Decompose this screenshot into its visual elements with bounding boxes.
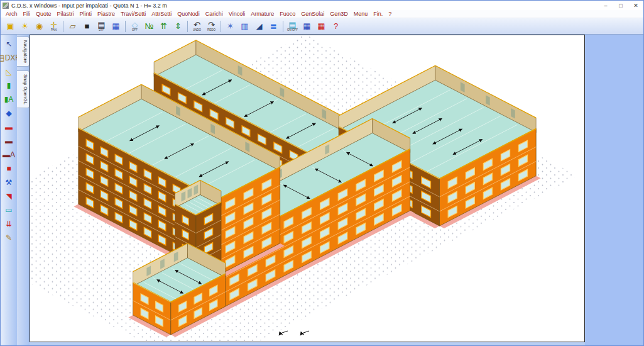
dxf-onoff-icon[interactable]: ▤ON-OFF bbox=[285, 20, 300, 33]
wall-hammer-icon[interactable]: ⚒ bbox=[2, 176, 16, 189]
menu-fili[interactable]: Fili bbox=[23, 11, 31, 17]
beam-red-icon[interactable]: ▬ bbox=[2, 120, 16, 134]
numbering-123-glyph: № bbox=[145, 22, 154, 30]
snapshot-camera-icon[interactable]: ■ bbox=[80, 20, 94, 33]
help-section-icon[interactable]: ? bbox=[329, 20, 343, 33]
redo-label: REDO bbox=[207, 29, 216, 32]
menu-help[interactable]: ? bbox=[388, 11, 391, 17]
menu-travi-setti[interactable]: Travi/Setti bbox=[121, 11, 146, 17]
menu-attrsetti[interactable]: AttrSetti bbox=[151, 11, 172, 17]
redo-icon[interactable]: ↷REDO bbox=[204, 20, 219, 33]
column-green-glyph: ▮ bbox=[7, 82, 11, 89]
toggle-off-glyph: ◇ bbox=[132, 21, 138, 29]
zoom-extents-icon[interactable]: ☀ bbox=[18, 20, 32, 33]
layers-glyph: ≣ bbox=[270, 22, 277, 30]
save-dtf-icon[interactable]: ▤DTF bbox=[94, 20, 109, 33]
zoom-extents-glyph: ☀ bbox=[21, 22, 29, 30]
menu-quote[interactable]: Quote bbox=[36, 11, 52, 17]
beam-corner-glyph: ◥ bbox=[6, 193, 11, 200]
menu-carichi[interactable]: Carichi bbox=[205, 11, 223, 17]
axis-marker bbox=[300, 331, 309, 335]
menu-gen3d[interactable]: Gen3D bbox=[330, 11, 348, 17]
pan-label: PAN bbox=[51, 29, 57, 32]
set-square-icon[interactable]: ◺ bbox=[2, 65, 16, 79]
set-square-glyph: ◺ bbox=[6, 68, 11, 75]
toggle-off-label: OFF bbox=[132, 29, 138, 32]
numbering-123-icon[interactable]: № bbox=[142, 20, 156, 33]
plate-cyan-icon[interactable]: ▭ bbox=[2, 203, 16, 217]
menu-vincoli[interactable]: Vincoli bbox=[229, 11, 245, 17]
wall-lock-glyph: ■ bbox=[6, 165, 11, 172]
column-green-attr-icon[interactable]: ▮A bbox=[2, 92, 16, 106]
layers-icon[interactable]: ≣ bbox=[266, 20, 281, 33]
zoom-window-icon[interactable]: ▣ bbox=[3, 20, 18, 33]
beam-loads-glyph: ⇊ bbox=[6, 220, 12, 228]
toolbar-separator bbox=[283, 21, 283, 32]
building-3d-icon[interactable]: ▦ bbox=[300, 20, 314, 33]
frame-edit-icon[interactable]: ▥ bbox=[237, 20, 252, 33]
pan-icon[interactable]: ✛PAN bbox=[46, 20, 61, 33]
toggle-off-icon[interactable]: ◇OFF bbox=[128, 20, 142, 33]
menu-pilastri[interactable]: Pilastri bbox=[57, 11, 74, 17]
beam-corner-icon[interactable]: ◥ bbox=[2, 189, 16, 203]
minimize-button[interactable]: – bbox=[598, 1, 613, 10]
side-tab-strip: NavigatoreSnap OpenGL bbox=[17, 35, 30, 345]
menu-menu[interactable]: Menu bbox=[354, 11, 368, 17]
close-button[interactable]: ✕ bbox=[628, 1, 643, 10]
menu-armature[interactable]: Armature bbox=[251, 11, 274, 17]
save-dtf-label: DTF bbox=[99, 29, 104, 32]
window-controls: –□✕ bbox=[598, 1, 643, 10]
menu-fuoco[interactable]: Fuoco bbox=[280, 11, 295, 17]
menu-gensolai[interactable]: GenSolai bbox=[301, 11, 324, 17]
frame-edit-glyph: ▥ bbox=[241, 22, 248, 30]
level-stamp-icon[interactable]: ◢ bbox=[252, 20, 266, 33]
toolbar-separator bbox=[221, 21, 221, 32]
workspace: ↖▤DXF◺▮▮A◆▬▬▬A■⚒◥▭⇊✎ NavigatoreSnap Open… bbox=[1, 35, 643, 345]
menu-quonodi[interactable]: QuoNodi bbox=[177, 11, 200, 17]
dxf-document-icon[interactable]: ▤DXF bbox=[2, 51, 16, 65]
menu-plinti[interactable]: Plinti bbox=[80, 11, 92, 17]
level-stamp-glyph: ◢ bbox=[256, 22, 263, 30]
redo-glyph: ↷ bbox=[208, 21, 215, 29]
tab-snap-opengl[interactable]: Snap OpenGL bbox=[17, 70, 30, 108]
zoom-window-glyph: ▣ bbox=[6, 22, 14, 30]
menu-fin[interactable]: Fin. bbox=[373, 11, 383, 17]
floor-plan-view-icon[interactable]: ▦ bbox=[109, 20, 123, 33]
beam-dark-attr-icon[interactable]: ▬A bbox=[2, 148, 16, 162]
dxf-onoff-glyph: ▤ bbox=[288, 21, 296, 29]
save-dtf-glyph: ▤ bbox=[97, 21, 105, 29]
measure-pencil-icon[interactable]: ✎ bbox=[2, 231, 16, 245]
undo-icon[interactable]: ↶UNDO bbox=[190, 20, 204, 33]
floor-plan-view-glyph: ▦ bbox=[112, 22, 119, 30]
select-cursor-glyph: ↖ bbox=[6, 40, 12, 48]
undo-glyph: ↶ bbox=[194, 21, 200, 29]
beam-red-glyph: ▬ bbox=[5, 123, 13, 131]
menu-arch[interactable]: Arch bbox=[6, 11, 18, 17]
beam-dark-icon[interactable]: ▬ bbox=[2, 134, 16, 148]
view-3d-icon[interactable]: ▱ bbox=[65, 20, 80, 33]
model-3d-view[interactable] bbox=[30, 35, 584, 342]
plinth-blue-icon[interactable]: ◆ bbox=[2, 106, 16, 120]
column-green-attr-glyph: ▮A bbox=[4, 96, 14, 103]
mesh-nodes-icon[interactable]: ✶ bbox=[223, 20, 237, 33]
toolbar-separator bbox=[187, 21, 188, 32]
raise-level-icon[interactable]: ⇈ bbox=[156, 20, 171, 33]
select-cursor-icon[interactable]: ↖ bbox=[2, 37, 16, 51]
beam-loads-icon[interactable]: ⇊ bbox=[2, 217, 16, 231]
column-heights-icon[interactable]: ⇕ bbox=[171, 20, 185, 33]
plate-cyan-glyph: ▭ bbox=[5, 206, 12, 214]
menu-piastre[interactable]: Piastre bbox=[97, 11, 115, 17]
help-section-glyph: ? bbox=[334, 22, 338, 30]
mesh-nodes-glyph: ✶ bbox=[227, 22, 234, 30]
wall-lock-icon[interactable]: ■ bbox=[2, 162, 16, 176]
main-toolbar: ▣☀◉✛PAN▱■▤DTF▦◇OFF№⇈⇕↶UNDO↷REDO✶▥◢≣▤ON-O… bbox=[1, 18, 643, 35]
menu-bar: ArchFiliQuotePilastriPlintiPiastreTravi/… bbox=[1, 10, 643, 18]
column-green-icon[interactable]: ▮ bbox=[2, 79, 16, 92]
viewport-canvas[interactable] bbox=[30, 35, 585, 342]
tab-navigatore[interactable]: Navigatore bbox=[17, 36, 30, 67]
red-grid-icon[interactable]: ▦ bbox=[314, 20, 329, 33]
zoom-previous-icon[interactable]: ◉ bbox=[32, 20, 46, 33]
title-bar: C.D.S. x Windows - Input per impalcati -… bbox=[1, 1, 643, 10]
maximize-button[interactable]: □ bbox=[613, 1, 628, 10]
toolbar-separator bbox=[125, 21, 126, 32]
